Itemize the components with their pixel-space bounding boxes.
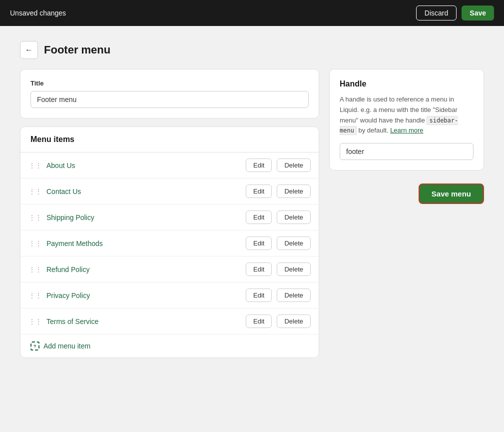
discard-button[interactable]: Discard bbox=[416, 6, 457, 20]
drag-handle-icon[interactable]: ⋮⋮ bbox=[28, 188, 41, 196]
handle-title: Handle bbox=[340, 80, 474, 88]
page-header: ← Footer menu bbox=[20, 41, 484, 59]
menu-item-row: ⋮⋮ Payment Methods Edit Delete bbox=[20, 230, 319, 256]
title-label: Title bbox=[30, 80, 309, 87]
delete-button[interactable]: Delete bbox=[277, 236, 311, 250]
main-content: ← Footer menu Title Menu items ⋮⋮ About … bbox=[0, 26, 504, 373]
edit-button[interactable]: Edit bbox=[246, 288, 272, 302]
title-card: Title bbox=[20, 69, 319, 118]
menu-item-row: ⋮⋮ Refund Policy Edit Delete bbox=[20, 256, 319, 282]
save-menu-wrapper: Save menu bbox=[329, 184, 484, 204]
menu-item-name: Privacy Policy bbox=[46, 292, 241, 300]
delete-button[interactable]: Delete bbox=[277, 262, 311, 276]
edit-button[interactable]: Edit bbox=[246, 314, 272, 328]
edit-button[interactable]: Edit bbox=[246, 210, 272, 224]
back-button[interactable]: ← bbox=[20, 41, 38, 59]
learn-more-link[interactable]: Learn more bbox=[390, 126, 423, 134]
menu-item-name: Terms of Service bbox=[46, 318, 241, 326]
menu-item-name: Refund Policy bbox=[46, 266, 241, 274]
delete-button[interactable]: Delete bbox=[277, 288, 311, 302]
delete-button[interactable]: Delete bbox=[277, 184, 311, 198]
drag-handle-icon[interactable]: ⋮⋮ bbox=[28, 266, 41, 274]
content-grid: Title Menu items ⋮⋮ About Us Edit Delete… bbox=[20, 69, 484, 358]
back-arrow-icon: ← bbox=[25, 46, 33, 54]
menu-item-name: Payment Methods bbox=[46, 240, 241, 248]
menu-items-card: Menu items ⋮⋮ About Us Edit Delete ⋮⋮ Co… bbox=[20, 126, 319, 358]
menu-item-name: Contact Us bbox=[46, 188, 241, 196]
topbar: Unsaved changes Discard Save bbox=[0, 0, 504, 26]
menu-items-header: Menu items bbox=[20, 127, 319, 152]
handle-description: A handle is used to reference a menu in … bbox=[340, 94, 474, 136]
menu-item-name: Shipping Policy bbox=[46, 214, 241, 222]
unsaved-changes-label: Unsaved changes bbox=[10, 9, 66, 17]
menu-item-row: ⋮⋮ Contact Us Edit Delete bbox=[20, 178, 319, 204]
delete-button[interactable]: Delete bbox=[277, 314, 311, 328]
add-icon: + bbox=[30, 342, 39, 350]
right-column: Handle A handle is used to reference a m… bbox=[329, 69, 484, 204]
edit-button[interactable]: Edit bbox=[246, 236, 272, 250]
save-menu-button[interactable]: Save menu bbox=[419, 184, 484, 204]
menu-item-row: ⋮⋮ Terms of Service Edit Delete bbox=[20, 308, 319, 334]
delete-button[interactable]: Delete bbox=[277, 158, 311, 172]
handle-card: Handle A handle is used to reference a m… bbox=[329, 69, 484, 170]
handle-desc-text-2: by default. bbox=[357, 126, 390, 134]
handle-input[interactable] bbox=[340, 143, 474, 160]
drag-handle-icon[interactable]: ⋮⋮ bbox=[28, 162, 41, 170]
menu-items-list: ⋮⋮ About Us Edit Delete ⋮⋮ Contact Us Ed… bbox=[20, 152, 319, 334]
save-button-top[interactable]: Save bbox=[462, 6, 494, 20]
left-column: Title Menu items ⋮⋮ About Us Edit Delete… bbox=[20, 69, 319, 358]
drag-handle-icon[interactable]: ⋮⋮ bbox=[28, 240, 41, 248]
menu-item-row: ⋮⋮ Shipping Policy Edit Delete bbox=[20, 204, 319, 230]
title-input[interactable] bbox=[30, 91, 309, 108]
menu-item-row: ⋮⋮ Privacy Policy Edit Delete bbox=[20, 282, 319, 308]
drag-handle-icon[interactable]: ⋮⋮ bbox=[28, 214, 41, 222]
add-menu-item-label: Add menu item bbox=[43, 342, 90, 350]
page-title: Footer menu bbox=[44, 44, 110, 56]
menu-item-row: ⋮⋮ About Us Edit Delete bbox=[20, 152, 319, 178]
edit-button[interactable]: Edit bbox=[246, 184, 272, 198]
menu-item-name: About Us bbox=[46, 162, 241, 170]
delete-button[interactable]: Delete bbox=[277, 210, 311, 224]
topbar-actions: Discard Save bbox=[416, 6, 494, 20]
drag-handle-icon[interactable]: ⋮⋮ bbox=[28, 318, 41, 326]
add-menu-item-button[interactable]: + Add menu item bbox=[20, 334, 319, 358]
edit-button[interactable]: Edit bbox=[246, 158, 272, 172]
drag-handle-icon[interactable]: ⋮⋮ bbox=[28, 292, 41, 300]
edit-button[interactable]: Edit bbox=[246, 262, 272, 276]
